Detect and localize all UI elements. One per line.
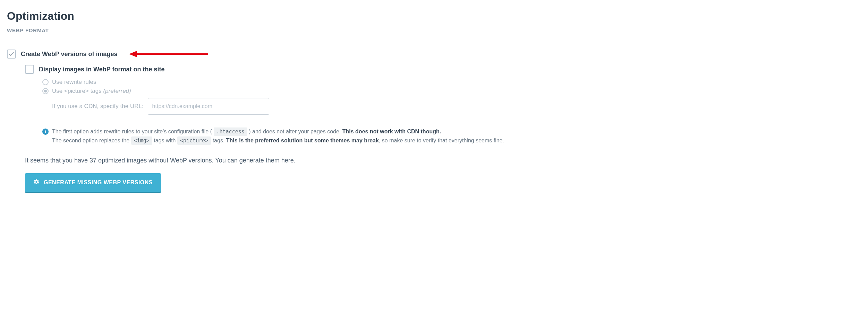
- webp-status-text: It seems that you have 37 optimized imag…: [25, 157, 860, 164]
- gear-icon: [33, 179, 40, 186]
- generate-missing-webp-button[interactable]: GENERATE MISSING WEBP VERSIONS: [25, 173, 161, 192]
- svg-marker-1: [129, 51, 137, 57]
- display-webp-label: Display images in WebP format on the sit…: [39, 65, 164, 74]
- rewrite-rules-radio[interactable]: [42, 79, 49, 85]
- section-subtitle: WEBP FORMAT: [7, 27, 860, 37]
- annotation-arrow: [129, 50, 209, 58]
- info-icon: i: [42, 129, 49, 135]
- cdn-url-label: If you use a CDN, specify the URL:: [52, 103, 144, 110]
- rewrite-rules-label: Use rewrite rules: [52, 79, 96, 86]
- info-text: The first option adds rewrite rules to y…: [52, 127, 504, 145]
- cdn-url-input[interactable]: [148, 98, 269, 115]
- generate-button-label: GENERATE MISSING WEBP VERSIONS: [44, 179, 153, 186]
- picture-tags-label: Use <picture> tags (preferred): [52, 88, 131, 95]
- create-webp-checkbox[interactable]: [7, 50, 16, 59]
- page-title: Optimization: [7, 10, 860, 23]
- create-webp-label: Create WebP versions of images: [21, 50, 117, 59]
- picture-tags-radio[interactable]: [42, 88, 49, 94]
- display-webp-checkbox[interactable]: [25, 65, 34, 74]
